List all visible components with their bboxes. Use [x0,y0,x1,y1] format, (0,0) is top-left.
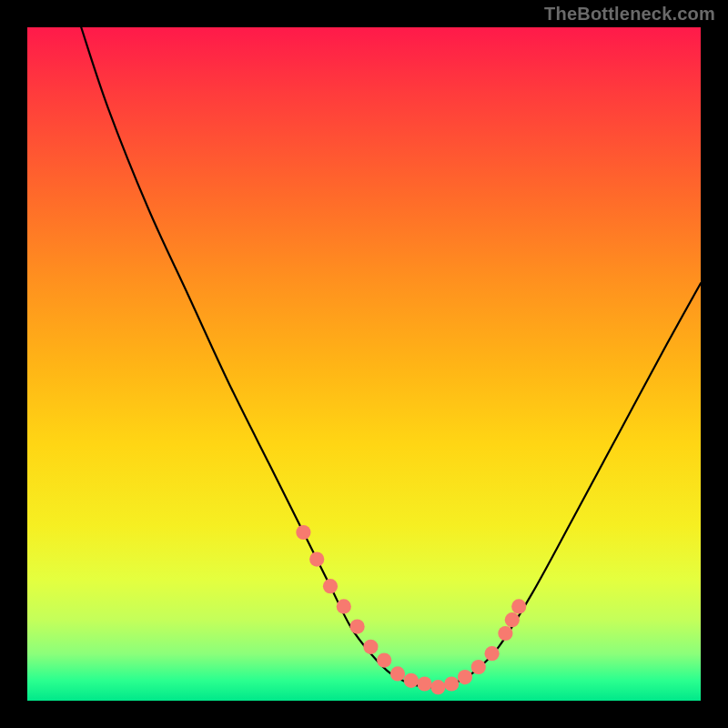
valley-dot [377,653,391,668]
valley-dot [505,612,520,627]
curve-layer [27,27,701,701]
valley-dot [498,626,512,641]
plot-area [27,27,701,701]
valley-dot [390,666,405,681]
valley-dot [485,646,500,661]
valley-dot [511,599,526,613]
valley-dot [309,552,324,567]
valley-dot [444,676,459,691]
watermark-text: TheBottleneck.com [544,4,715,25]
figure-root: TheBottleneck.com [0,0,728,728]
valley-dot [323,579,338,593]
valley-dot [296,525,310,540]
valley-dot [418,676,432,691]
valley-dot [350,620,365,634]
bottleneck-curve-path [81,27,701,687]
valley-dot [404,673,419,688]
valley-dot [430,680,445,694]
valley-dot [471,660,486,674]
valley-dots-group [296,525,526,694]
valley-dot [337,599,351,613]
valley-dot [458,670,472,684]
valley-dot [363,640,378,654]
